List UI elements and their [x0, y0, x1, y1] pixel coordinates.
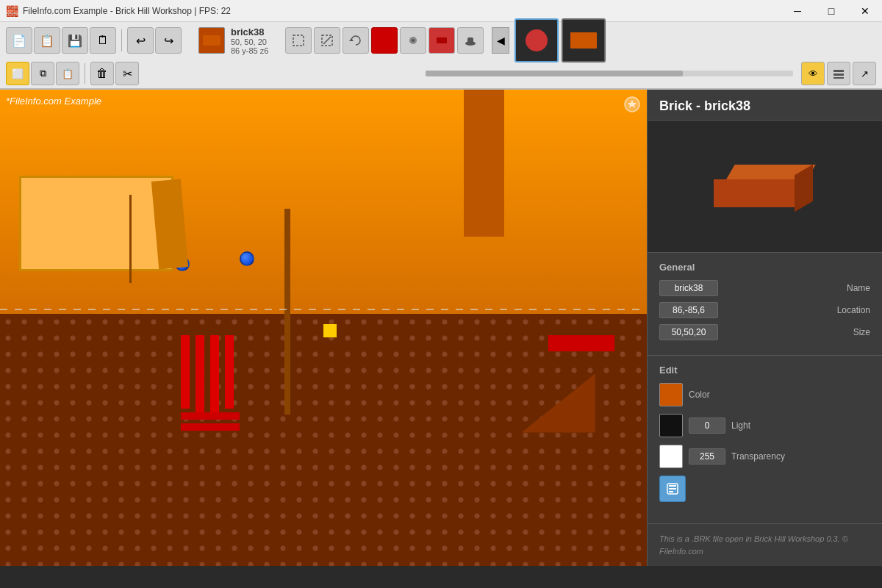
toolbar-bottom-group: ⬜ ⧉ 📋	[6, 62, 79, 85]
titlebar-title: FileInfo.com Example - Brick Hill Worksh…	[23, 6, 231, 16]
main-area: *FileInfo.com Example Brick - brick38	[0, 90, 882, 566]
light-label: Light	[731, 420, 750, 431]
light-swatch[interactable]	[659, 414, 683, 437]
svg-rect-9	[833, 74, 844, 76]
prop-general-section: General brick38 Name 86,-85,6 Location 5…	[648, 253, 882, 356]
name-row: brick38 Name	[659, 280, 870, 296]
pillar-col-3	[210, 335, 219, 416]
minimize-button[interactable]: ─	[781, 0, 814, 22]
saveas-button[interactable]: 🗒	[90, 27, 116, 54]
paste-button[interactable]: 📋	[56, 62, 79, 85]
scene-background: *FileInfo.com Example	[0, 90, 647, 566]
toolbar-right-icons: 👁 ↗	[801, 62, 876, 85]
thumb-brick	[570, 32, 597, 49]
rotate-button[interactable]	[343, 27, 369, 54]
svg-rect-15	[669, 491, 673, 492]
toolbar-top-row: 📄 📋 💾 🗒 ↩ ↪ brick38 50, 50, 20 86 y-85 z…	[0, 22, 882, 59]
prop-header: Brick - brick38	[648, 90, 882, 121]
footer-text: This is a .BRK file open in Brick Hill W…	[659, 534, 848, 556]
edit-heading: Edit	[659, 365, 870, 376]
svg-marker-3	[349, 38, 354, 41]
svg-rect-10	[833, 77, 844, 79]
divider-2	[85, 63, 85, 84]
open-button[interactable]: 📋	[34, 27, 60, 54]
color-label: Color	[689, 390, 710, 400]
color-red-button[interactable]	[371, 27, 398, 54]
toolbar: 📄 📋 💾 🗒 ↩ ↪ brick38 50, 50, 20 86 y-85 z…	[0, 22, 882, 90]
pillar-base	[181, 423, 240, 431]
scene-yellow-cube	[323, 324, 337, 337]
thumb-item-1[interactable]	[514, 18, 559, 62]
scene-red-brick	[548, 335, 614, 351]
close-button[interactable]: ✕	[848, 0, 882, 22]
app-icon: 🧱	[6, 5, 18, 17]
new-button[interactable]: 📄	[6, 27, 32, 54]
svg-point-5	[412, 39, 415, 42]
pillar-col-1	[181, 335, 190, 409]
general-heading: General	[659, 262, 870, 273]
delete-button[interactable]: 🗑	[90, 62, 114, 85]
brick-info-row1: brick38 50, 50, 20 86 y-85 z6	[198, 26, 268, 55]
pillar-cap	[181, 412, 240, 420]
scrollbar-thumb[interactable]	[426, 71, 683, 76]
cut-button[interactable]: ✂	[115, 62, 139, 85]
brick-info-text: brick38 50, 50, 20 86 y-85 z6	[231, 26, 268, 55]
paint-button[interactable]	[400, 27, 426, 54]
thumbnail-strip	[514, 18, 606, 62]
maximize-button[interactable]: □	[814, 0, 848, 22]
thumb-item-2[interactable]	[562, 18, 606, 62]
select-box-button[interactable]	[285, 27, 312, 54]
brick-location: 86 y-85 z6	[231, 46, 268, 55]
pillar-col-4	[225, 335, 234, 409]
export-button[interactable]: ↗	[853, 62, 876, 85]
color-swatch[interactable]	[659, 383, 683, 406]
scene-watermark-icon	[623, 96, 641, 115]
edit-action-button[interactable]	[659, 476, 686, 502]
transparency-row: 255 Transparency	[659, 445, 870, 468]
location-label: Location	[837, 305, 870, 315]
svg-rect-8	[833, 70, 844, 72]
brick-red-button[interactable]	[429, 27, 455, 54]
pillar-columns	[181, 335, 240, 416]
svg-rect-0	[293, 35, 304, 46]
scene-pillar-group	[181, 335, 240, 423]
copy-button[interactable]: ⧉	[31, 62, 54, 85]
toolbar-file-group: 📄 📋 💾 🗒	[6, 27, 116, 54]
toolbar-edit-group: ↩ ↪	[127, 27, 182, 54]
svg-line-2	[323, 37, 331, 44]
brick-front-face	[714, 179, 798, 207]
scrollbar-area[interactable]	[426, 71, 793, 76]
svg-rect-14	[669, 488, 676, 490]
size-row: 50,50,20 Size	[659, 324, 870, 340]
edit-btn-row	[659, 476, 870, 502]
size-value: 50,50,20	[659, 324, 718, 340]
name-label: Name	[847, 283, 870, 293]
prop-edit-section: Edit Color 0 Light 255 Transparency	[648, 356, 882, 518]
brick-name: brick38	[231, 26, 268, 37]
save-button[interactable]: 💾	[62, 27, 88, 54]
light-value: 0	[689, 417, 725, 434]
hat-button[interactable]	[457, 27, 484, 54]
viewport[interactable]: *FileInfo.com Example	[0, 90, 647, 566]
scene-beam-2	[129, 195, 132, 283]
toolbar-bottom-row: ⬜ ⧉ 📋 🗑 ✂ 👁 ↗	[0, 59, 882, 88]
prop-footer: This is a .BRK file open in Brick Hill W…	[648, 523, 882, 566]
nav-left-arrow[interactable]: ◀	[492, 27, 509, 54]
yellow-select-button[interactable]: ⬜	[6, 62, 29, 85]
ball-blue-3	[240, 251, 254, 266]
transparency-label: Transparency	[731, 451, 785, 462]
layer-button[interactable]	[827, 62, 850, 85]
name-value: brick38	[659, 280, 718, 296]
divider-1	[121, 29, 122, 51]
deselect-button[interactable]	[314, 27, 340, 54]
location-value: 86,-85,6	[659, 302, 718, 318]
transparency-swatch[interactable]	[659, 445, 683, 468]
location-row: 86,-85,6 Location	[659, 302, 870, 318]
undo-button[interactable]: ↩	[127, 27, 154, 54]
brick-3d-view	[714, 161, 817, 212]
properties-panel: Brick - brick38 General brick38 Name 86,…	[647, 90, 882, 566]
brick-color-preview	[198, 27, 225, 54]
pillar-col-2	[196, 335, 204, 416]
eye-button[interactable]: 👁	[801, 62, 825, 85]
redo-button[interactable]: ↪	[155, 27, 182, 54]
